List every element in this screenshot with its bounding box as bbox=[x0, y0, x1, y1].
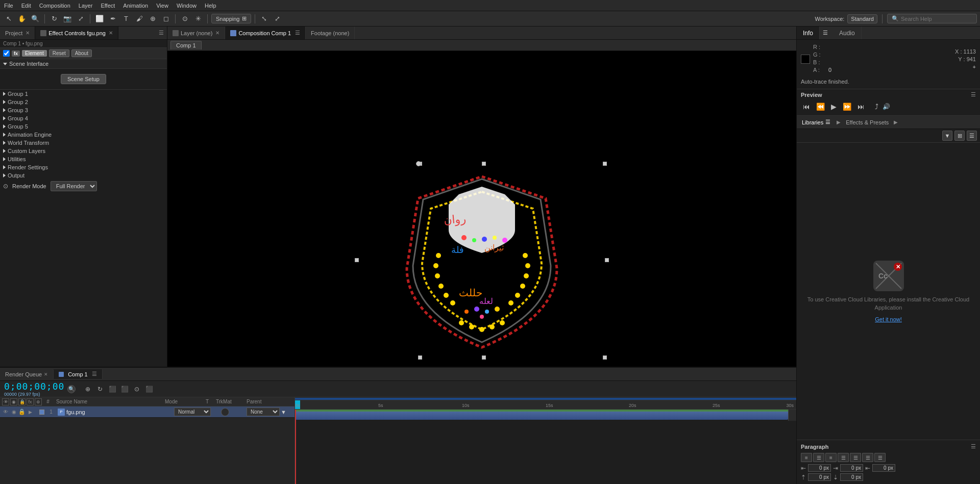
left-panel-menu[interactable]: ☰ bbox=[156, 30, 167, 36]
align-justify-btn[interactable]: ☰ bbox=[838, 453, 849, 462]
align-justify4-btn[interactable]: ☰ bbox=[874, 453, 886, 462]
info-tab[interactable]: Info bbox=[797, 27, 820, 39]
align-justify3-btn[interactable]: ☰ bbox=[862, 453, 873, 462]
pan-tool[interactable]: ⤢ bbox=[75, 13, 86, 24]
tree-animation-engine[interactable]: Animation Engine bbox=[0, 131, 167, 139]
layer-tab[interactable]: Layer (none) ✕ bbox=[167, 27, 225, 39]
text-tool[interactable]: T bbox=[120, 13, 132, 24]
layer-expand-btn[interactable]: ▶ bbox=[27, 409, 34, 416]
comp1-bottom-tab[interactable]: Comp 1 ☰ bbox=[54, 369, 103, 379]
libraries-tab[interactable]: Libraries ☰ bbox=[797, 116, 836, 129]
tree-custom-layers[interactable]: Custom Layers bbox=[0, 147, 167, 155]
render-queue-tab-close[interactable]: ✕ bbox=[44, 372, 48, 377]
tree-group5[interactable]: Group 5 bbox=[0, 122, 167, 131]
comp-tab-menu[interactable]: ☰ bbox=[295, 30, 300, 36]
tl-draft[interactable]: ⬛ bbox=[119, 384, 130, 394]
reset-button[interactable]: Reset bbox=[49, 49, 69, 57]
clone-tool[interactable]: ⊕ bbox=[147, 13, 158, 24]
layer-name[interactable]: fgu.png bbox=[66, 409, 174, 415]
render-queue-tab[interactable]: Render Queue ✕ bbox=[0, 370, 54, 379]
align-left-btn[interactable]: ≡ bbox=[801, 453, 812, 462]
lib-list-btn[interactable]: ☰ bbox=[967, 131, 977, 141]
tree-group3[interactable]: Group 3 bbox=[0, 106, 167, 114]
layer-trkmat-icon[interactable] bbox=[221, 408, 229, 416]
handle-mid-left[interactable] bbox=[355, 258, 359, 262]
menu-composition[interactable]: Composition bbox=[39, 3, 70, 9]
tree-group2[interactable]: Group 2 bbox=[0, 98, 167, 106]
selection-tool[interactable]: ↖ bbox=[3, 13, 14, 24]
indent-right-input[interactable] bbox=[840, 464, 863, 472]
eraser-tool[interactable]: ◻ bbox=[160, 13, 172, 24]
indent-left-input[interactable] bbox=[808, 464, 831, 472]
layer-tab-close[interactable]: ✕ bbox=[215, 30, 219, 36]
menu-layer[interactable]: Layer bbox=[79, 3, 93, 9]
menu-animation[interactable]: Animation bbox=[123, 3, 148, 9]
volume-icon[interactable]: 🔊 bbox=[883, 103, 890, 110]
paragraph-menu[interactable]: ☰ bbox=[971, 443, 976, 450]
tree-group1[interactable]: Group 1 bbox=[0, 90, 167, 98]
search-input[interactable] bbox=[901, 16, 972, 22]
layer-lock-btn[interactable]: 🔒 bbox=[18, 409, 26, 416]
preview-last-btn[interactable]: ⏭ bbox=[855, 101, 867, 112]
effects-presets-tab[interactable]: Effects & Presets bbox=[841, 116, 894, 129]
handle-top-center[interactable] bbox=[482, 162, 486, 166]
tl-render[interactable]: ⬛ bbox=[107, 384, 117, 394]
brush-tool[interactable]: 🖌 bbox=[134, 13, 145, 24]
handle-circle-tl[interactable] bbox=[416, 161, 421, 166]
project-tab-close[interactable]: ✕ bbox=[26, 30, 30, 36]
workspace-select[interactable]: Standard bbox=[847, 14, 877, 23]
menu-help[interactable]: Help bbox=[205, 3, 216, 9]
handle-bot-center[interactable] bbox=[482, 355, 486, 360]
mask-tool[interactable]: ⬜ bbox=[94, 13, 105, 24]
work-area-indicator[interactable] bbox=[295, 398, 796, 400]
layer-vis-btn[interactable]: 👁 bbox=[2, 409, 9, 416]
preview-play-btn[interactable]: ▶ bbox=[829, 101, 839, 112]
effect-controls-tab[interactable]: Effect Controls fgu.png ✕ bbox=[35, 27, 118, 39]
track-bar-1[interactable] bbox=[295, 411, 788, 420]
lib-grid-btn[interactable]: ⊞ bbox=[954, 131, 965, 141]
project-tab[interactable]: Project ✕ bbox=[0, 27, 35, 39]
pen-tool[interactable]: ✒ bbox=[107, 13, 118, 24]
color-swatch[interactable] bbox=[801, 55, 810, 64]
about-button[interactable]: About bbox=[71, 49, 92, 57]
layer-solo-btn[interactable]: ◉ bbox=[10, 409, 17, 416]
scene-interface-expand-icon[interactable] bbox=[3, 63, 7, 65]
camera-tool[interactable]: 📷 bbox=[62, 13, 73, 24]
tl-solo[interactable]: ⊙ bbox=[132, 384, 142, 394]
tree-render-settings[interactable]: Render Settings bbox=[0, 163, 167, 171]
menu-view[interactable]: View bbox=[156, 3, 168, 9]
preview-menu-icon[interactable]: ☰ bbox=[971, 91, 976, 98]
menu-effect[interactable]: Effect bbox=[101, 3, 115, 9]
tl-add-marker[interactable]: ⊕ bbox=[83, 384, 93, 394]
preview-prev-btn[interactable]: ⏪ bbox=[814, 101, 827, 112]
tree-utilities[interactable]: Utilities bbox=[0, 155, 167, 163]
align-center-btn[interactable]: ☰ bbox=[813, 453, 824, 462]
info-tab-menu[interactable]: ☰ bbox=[820, 30, 831, 36]
menu-window[interactable]: Window bbox=[177, 3, 197, 9]
handle-bot-left[interactable] bbox=[418, 355, 422, 360]
space-before-input[interactable] bbox=[808, 473, 831, 481]
cc-get-it-link[interactable]: Get it now! bbox=[875, 316, 902, 322]
indent-first-input[interactable] bbox=[872, 464, 895, 472]
audio-tab[interactable]: Audio bbox=[833, 27, 862, 39]
handle-mid-right[interactable] bbox=[605, 258, 609, 262]
snapping-toggle[interactable]: Snapping ⊞ bbox=[211, 14, 251, 23]
handle-top-right[interactable] bbox=[603, 162, 607, 166]
ec-tab-close[interactable]: ✕ bbox=[109, 30, 113, 36]
tree-group4[interactable]: Group 4 bbox=[0, 114, 167, 122]
hand-tool[interactable]: ✋ bbox=[16, 13, 28, 24]
tree-output[interactable]: Output bbox=[0, 171, 167, 180]
search-box[interactable]: 🔍 bbox=[887, 14, 977, 23]
preview-first-btn[interactable]: ⏮ bbox=[801, 101, 812, 112]
fx-checkbox[interactable] bbox=[3, 50, 10, 57]
preview-out-btn[interactable]: ⤴ bbox=[873, 101, 880, 112]
align-right-btn[interactable]: ≡ bbox=[825, 453, 837, 462]
expand-icon[interactable]: ⤡ bbox=[259, 13, 270, 24]
layer-mode-select[interactable]: Normal Multiply Screen bbox=[174, 407, 211, 416]
tl-timecode[interactable]: 0;00;00;00 bbox=[4, 381, 64, 392]
handle-bot-right[interactable] bbox=[603, 355, 607, 360]
rotate-tool[interactable]: ↻ bbox=[48, 13, 60, 24]
zoom-tool[interactable]: 🔍 bbox=[30, 13, 41, 24]
collapse-icon[interactable]: ⤢ bbox=[272, 13, 283, 24]
lib-dropdown-btn[interactable]: ▼ bbox=[942, 131, 952, 141]
